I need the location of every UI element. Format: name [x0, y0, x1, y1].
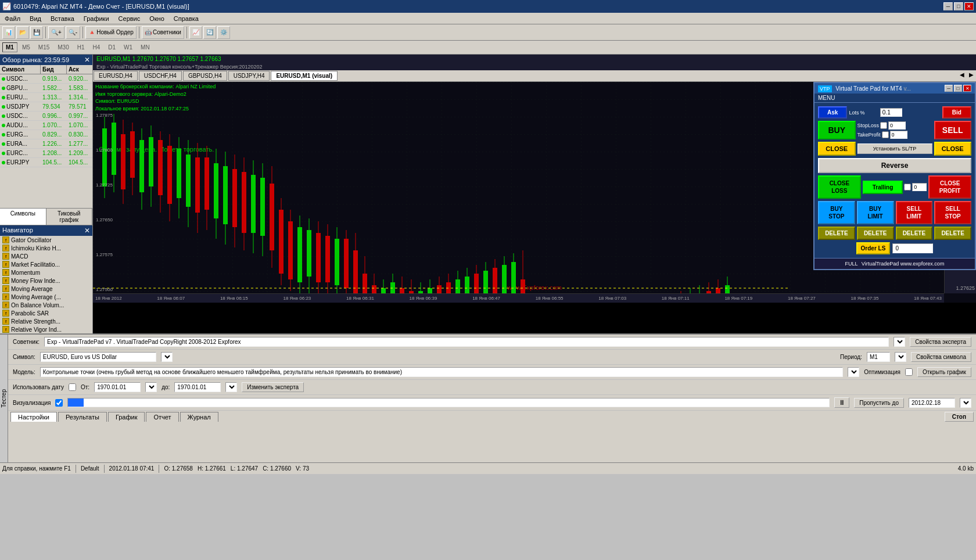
- toolbar-zoom-out[interactable]: 🔍-: [66, 26, 80, 39]
- vtp-maximize[interactable]: □: [954, 85, 962, 92]
- tester-visualization-checkbox[interactable]: [55, 399, 63, 407]
- vtp-sell-button[interactable]: SELL: [934, 121, 972, 139]
- vtp-sell-limit-button[interactable]: SELLLIMIT: [896, 201, 933, 224]
- tester-expert-properties-btn[interactable]: Свойства эксперта: [910, 337, 971, 347]
- chart-tab-usdjpy-h4[interactable]: USDJPY,H4: [228, 71, 270, 81]
- chart-tab-gbpusd-h4[interactable]: GBPUSD,H4: [183, 71, 227, 81]
- close-button[interactable]: ✕: [964, 2, 974, 10]
- tester-optimization-checkbox[interactable]: [905, 368, 913, 376]
- table-row[interactable]: EURA... 1.226... 1.277...: [0, 139, 92, 149]
- nav-item[interactable]: f Relative Strength...: [0, 317, 92, 325]
- tester-to-dropdown[interactable]: [225, 382, 237, 392]
- vtp-buy-stop-button[interactable]: BUYSTOP: [818, 201, 855, 224]
- tester-advisor-dropdown[interactable]: [894, 337, 905, 347]
- tester-use-date-checkbox[interactable]: [69, 383, 76, 391]
- tester-from-dropdown[interactable]: [145, 382, 157, 392]
- navigator-close[interactable]: ✕: [84, 227, 90, 235]
- nav-item[interactable]: f Market Facilitatio...: [0, 260, 92, 268]
- vtp-delete1-button[interactable]: DELETE: [818, 227, 855, 240]
- tester-period-input[interactable]: [867, 352, 890, 362]
- table-row[interactable]: USDJPY 79.534 79.571: [0, 102, 92, 112]
- advisors-button[interactable]: 🤖 Советники: [142, 26, 184, 39]
- toolbar-zoom-in[interactable]: 🔍+: [48, 26, 64, 39]
- nav-item[interactable]: f MACD: [0, 252, 92, 260]
- maximize-button[interactable]: □: [954, 2, 963, 10]
- menu-file[interactable]: Файл: [0, 14, 25, 23]
- vtp-sell-stop-button[interactable]: SELLSTOP: [934, 201, 971, 224]
- table-row[interactable]: GBPU... 1.582... 1.583...: [0, 84, 92, 93]
- tab-tick-chart[interactable]: Тиковый график: [46, 209, 93, 225]
- tester-period-dropdown[interactable]: [895, 352, 906, 362]
- table-row[interactable]: EURG... 0.829... 0.830...: [0, 130, 92, 139]
- tester-skip-date-input[interactable]: [909, 398, 955, 408]
- table-row[interactable]: USDC... 0.919... 0.920...: [0, 74, 92, 84]
- tester-tab-settings[interactable]: Настройки: [10, 412, 57, 422]
- toolbar-indicators[interactable]: 📈: [189, 26, 202, 39]
- tester-tab-report[interactable]: Отчет: [146, 412, 178, 422]
- table-row[interactable]: EURJPY 104.5... 104.5...: [0, 158, 92, 167]
- vtp-trailing-button[interactable]: Tralling: [863, 181, 903, 194]
- vtp-set-sltp-button[interactable]: Установить SL/TP: [857, 143, 932, 154]
- tester-tab-graph[interactable]: График: [108, 412, 145, 422]
- tester-pause-button[interactable]: ⏸: [834, 397, 849, 408]
- tester-advisor-input[interactable]: [44, 337, 889, 347]
- nav-item[interactable]: f Momentum: [0, 268, 92, 277]
- vtp-takeprofit-input[interactable]: [890, 131, 907, 139]
- vtp-close1-button[interactable]: CLOSE: [818, 142, 856, 156]
- vtp-order-ls-input[interactable]: [892, 243, 933, 253]
- chart-tab-arrow-left[interactable]: ◀: [957, 70, 967, 81]
- vtp-trailing-input[interactable]: [912, 183, 927, 191]
- tester-symbol-properties-btn[interactable]: Свойства символа: [911, 352, 971, 362]
- nav-item[interactable]: f Moving Average (...: [0, 293, 92, 301]
- table-row[interactable]: EURU... 1.313... 1.314...: [0, 93, 92, 102]
- tf-w1[interactable]: W1: [120, 42, 136, 52]
- nav-item[interactable]: f Moving Average: [0, 285, 92, 293]
- tf-m1[interactable]: M1: [2, 42, 17, 52]
- chart-canvas[interactable]: Название брокерской компании: Alpari NZ …: [93, 82, 976, 303]
- nav-item[interactable]: f Relative Vigor Ind...: [0, 325, 92, 333]
- tf-d1[interactable]: D1: [105, 42, 119, 52]
- tester-symbol-input[interactable]: [40, 352, 156, 362]
- nav-item-parabolic-sar[interactable]: f Parabolic SAR: [0, 309, 92, 317]
- toolbar-open[interactable]: 📂: [16, 26, 29, 39]
- menu-service[interactable]: Сервис: [114, 14, 145, 23]
- tf-m30[interactable]: M30: [54, 42, 72, 52]
- menu-help[interactable]: Справка: [169, 14, 203, 23]
- vtp-ask-btn[interactable]: Ask: [818, 106, 847, 119]
- tester-to-input[interactable]: [174, 382, 221, 392]
- toolbar-new-chart[interactable]: 📊: [2, 26, 15, 39]
- chart-tab-eurusd-m1[interactable]: EURUSD,M1 (visual): [271, 71, 338, 81]
- vtp-bid-btn[interactable]: Bid: [942, 106, 971, 119]
- tester-model-input[interactable]: [40, 367, 844, 377]
- toolbar-refresh[interactable]: 🔄: [203, 26, 216, 39]
- tester-stop-button[interactable]: Стоп: [945, 412, 974, 422]
- tester-tab-journal[interactable]: Журнал: [180, 412, 218, 422]
- tester-skip-dropdown[interactable]: [960, 398, 971, 408]
- chart-tab-usdchf-h4[interactable]: USDCHF,H4: [139, 71, 182, 81]
- tf-h1[interactable]: H1: [74, 42, 88, 52]
- table-row[interactable]: USDC... 0.996... 0.997...: [0, 112, 92, 121]
- vtp-stoploss-input[interactable]: [888, 121, 906, 130]
- minimize-button[interactable]: ─: [943, 2, 953, 10]
- tester-from-input[interactable]: [94, 382, 141, 392]
- tester-modify-expert-btn[interactable]: Изменить эксперта: [242, 382, 304, 392]
- vtp-close2-button[interactable]: CLOSE: [934, 142, 972, 156]
- menu-view[interactable]: Вид: [25, 14, 46, 23]
- vtp-buy-limit-button[interactable]: BUYLIMIT: [857, 201, 894, 224]
- toolbar-save[interactable]: 💾: [30, 26, 43, 39]
- menu-charts[interactable]: Графики: [79, 14, 114, 23]
- nav-item[interactable]: f Money Flow Inde...: [0, 277, 92, 285]
- chart-tab-arrow-right[interactable]: ▶: [967, 70, 976, 81]
- nav-item[interactable]: f Ichimoku Kinko H...: [0, 244, 92, 252]
- vtp-delete2-button[interactable]: DELETE: [857, 227, 894, 240]
- market-watch-close[interactable]: ✕: [84, 56, 90, 64]
- menu-insert[interactable]: Вставка: [46, 14, 79, 23]
- tester-tab-results[interactable]: Результаты: [58, 412, 107, 422]
- vtp-delete3-button[interactable]: DELETE: [896, 227, 933, 240]
- vtp-lots-input[interactable]: [880, 108, 902, 117]
- tester-model-dropdown[interactable]: [848, 367, 859, 377]
- tf-h4[interactable]: H4: [89, 42, 104, 52]
- vtp-buy-button[interactable]: BUY: [818, 121, 856, 139]
- tester-symbol-dropdown[interactable]: [161, 352, 173, 362]
- vtp-takeprofit-checkbox[interactable]: [882, 131, 889, 138]
